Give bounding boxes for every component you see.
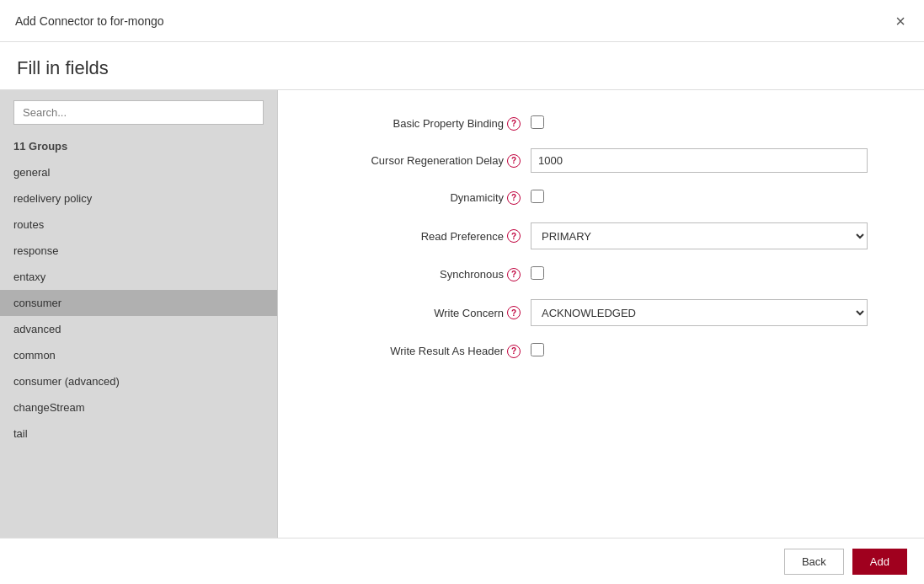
sidebar-item-general[interactable]: general bbox=[0, 159, 277, 185]
select-write-concern[interactable]: ACKNOWLEDGED UNACKNOWLEDGED JOURNALED MA… bbox=[531, 299, 868, 326]
field-row-write-concern: Write Concern ? ACKNOWLEDGED UNACKNOWLED… bbox=[312, 299, 890, 326]
field-control-cursor-regeneration-delay bbox=[531, 148, 890, 173]
field-control-basic-property-binding bbox=[531, 115, 890, 131]
field-row-dynamicity: Dynamicity ? bbox=[312, 190, 890, 206]
help-icon-cursor-regeneration-delay[interactable]: ? bbox=[507, 154, 521, 168]
field-row-basic-property-binding: Basic Property Binding ? bbox=[312, 115, 890, 131]
input-cursor-regeneration-delay[interactable] bbox=[531, 148, 868, 173]
sidebar-item-consumer[interactable]: consumer bbox=[0, 290, 277, 316]
field-row-write-result-as-header: Write Result As Header ? bbox=[312, 343, 890, 359]
help-icon-basic-property-binding[interactable]: ? bbox=[507, 117, 521, 131]
sidebar-item-response[interactable]: response bbox=[0, 238, 277, 264]
modal-footer: Back Add bbox=[0, 538, 924, 584]
field-control-write-result-as-header bbox=[531, 343, 890, 359]
help-icon-synchronous[interactable]: ? bbox=[507, 268, 521, 281]
checkbox-write-result-as-header[interactable] bbox=[531, 343, 544, 356]
add-button[interactable]: Add bbox=[852, 549, 907, 575]
search-input[interactable] bbox=[13, 100, 264, 125]
field-label-write-concern: Write Concern ? bbox=[312, 306, 531, 319]
groups-label: 11 Groups bbox=[0, 135, 277, 159]
sidebar-item-routes[interactable]: routes bbox=[0, 212, 277, 238]
fill-in-fields-header: Fill in fields bbox=[0, 42, 924, 90]
field-row-cursor-regeneration-delay: Cursor Regeneration Delay ? bbox=[312, 148, 890, 173]
sidebar-item-redelivery-policy[interactable]: redelivery policy bbox=[0, 185, 277, 212]
fill-in-fields-title: Fill in fields bbox=[17, 57, 907, 79]
main-content: Basic Property Binding ? Cursor Regenera… bbox=[278, 90, 924, 538]
field-row-synchronous: Synchronous ? bbox=[312, 266, 890, 282]
back-button[interactable]: Back bbox=[784, 549, 844, 575]
field-label-basic-property-binding: Basic Property Binding ? bbox=[312, 117, 531, 131]
modal-body: Fill in fields 11 Groups general redeliv… bbox=[0, 42, 924, 538]
select-read-preference[interactable]: PRIMARY SECONDARY SECONDARY_PREFERRED PR… bbox=[531, 222, 868, 249]
sidebar-item-consumer-advanced[interactable]: consumer (advanced) bbox=[0, 368, 277, 394]
help-icon-write-result-as-header[interactable]: ? bbox=[507, 345, 521, 358]
sidebar: 11 Groups general redelivery policy rout… bbox=[0, 90, 278, 538]
modal-title: Add Connector to for-mongo bbox=[15, 14, 164, 28]
search-container bbox=[0, 90, 277, 135]
sidebar-item-common[interactable]: common bbox=[0, 342, 277, 368]
modal-header: Add Connector to for-mongo × bbox=[0, 0, 924, 42]
sidebar-item-entaxy[interactable]: entaxy bbox=[0, 264, 277, 290]
field-control-dynamicity bbox=[531, 190, 890, 206]
field-label-dynamicity: Dynamicity ? bbox=[312, 191, 531, 205]
field-label-read-preference: Read Preference ? bbox=[312, 229, 531, 243]
checkbox-dynamicity[interactable] bbox=[531, 190, 544, 203]
field-label-write-result-as-header: Write Result As Header ? bbox=[312, 345, 531, 358]
checkbox-basic-property-binding[interactable] bbox=[531, 115, 544, 129]
field-row-read-preference: Read Preference ? PRIMARY SECONDARY SECO… bbox=[312, 222, 890, 249]
field-control-read-preference: PRIMARY SECONDARY SECONDARY_PREFERRED PR… bbox=[531, 222, 890, 249]
sidebar-item-advanced[interactable]: advanced bbox=[0, 316, 277, 342]
sidebar-item-changestream[interactable]: changeStream bbox=[0, 394, 277, 421]
field-control-write-concern: ACKNOWLEDGED UNACKNOWLEDGED JOURNALED MA… bbox=[531, 299, 890, 326]
field-control-synchronous bbox=[531, 266, 890, 282]
modal: Add Connector to for-mongo × Fill in fie… bbox=[0, 0, 924, 584]
help-icon-dynamicity[interactable]: ? bbox=[507, 191, 521, 205]
close-button[interactable]: × bbox=[892, 13, 909, 29]
field-label-synchronous: Synchronous ? bbox=[312, 268, 531, 281]
content-area: 11 Groups general redelivery policy rout… bbox=[0, 90, 924, 538]
checkbox-synchronous[interactable] bbox=[531, 266, 544, 280]
help-icon-read-preference[interactable]: ? bbox=[507, 229, 521, 243]
sidebar-item-tail[interactable]: tail bbox=[0, 421, 277, 447]
field-label-cursor-regeneration-delay: Cursor Regeneration Delay ? bbox=[312, 154, 531, 168]
help-icon-write-concern[interactable]: ? bbox=[507, 306, 521, 319]
